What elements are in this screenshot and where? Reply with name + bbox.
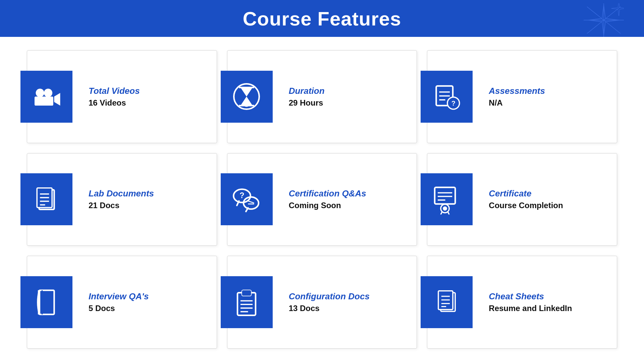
clipboard-icon	[221, 276, 273, 328]
feature-card-total-videos: Total Videos16 Videos	[27, 50, 217, 143]
papers-icon	[421, 276, 473, 328]
svg-marker-9	[54, 93, 60, 106]
card-value-total-videos: 16 Videos	[89, 98, 140, 108]
card-value-interview-qas: 5 Docs	[89, 304, 149, 313]
svg-rect-45	[242, 290, 251, 296]
card-text-assessments: AssessmentsN/A	[489, 86, 545, 108]
feature-card-duration: Duration29 Hours	[227, 50, 417, 143]
card-text-duration: Duration29 Hours	[289, 86, 325, 108]
card-text-configuration-docs: Configuration Docs13 Docs	[289, 291, 370, 313]
feature-card-certificate: CertificateCourse Completion	[427, 153, 617, 246]
card-label-configuration-docs: Configuration Docs	[289, 291, 370, 302]
documents-icon	[20, 173, 72, 225]
svg-marker-5	[611, 3, 624, 16]
svg-rect-40	[39, 290, 54, 314]
card-value-certificate: Course Completion	[489, 201, 563, 210]
chat-question-icon: ?	[221, 173, 273, 225]
feature-card-assessments: ? AssessmentsN/A	[427, 50, 617, 143]
svg-point-6	[36, 89, 44, 97]
feature-card-certification-qas: ? Certification Q&AsComing Soon	[227, 153, 417, 246]
video-camera-icon	[20, 71, 72, 123]
card-label-certificate: Certificate	[489, 188, 563, 199]
card-text-interview-qas: Interview QA's5 Docs	[89, 291, 149, 313]
card-label-cheat-sheets: Cheat Sheets	[489, 291, 572, 302]
card-text-certificate: CertificateCourse Completion	[489, 188, 563, 210]
feature-card-lab-documents: Lab Documents21 Docs	[27, 153, 217, 246]
card-label-total-videos: Total Videos	[89, 86, 140, 96]
svg-line-39	[448, 212, 449, 215]
card-value-assessments: N/A	[489, 98, 545, 108]
assessment-icon: ?	[421, 71, 473, 123]
svg-text:?: ?	[451, 100, 455, 107]
svg-point-27	[244, 197, 259, 209]
svg-line-38	[441, 212, 442, 215]
certificate-icon	[421, 173, 473, 225]
card-value-certification-qas: Coming Soon	[289, 201, 366, 210]
card-value-lab-documents: 21 Docs	[89, 201, 154, 210]
page-title: Course Features	[243, 7, 401, 30]
card-label-interview-qas: Interview QA's	[89, 291, 149, 302]
feature-card-cheat-sheets: Cheat SheetsResume and LinkedIn	[427, 256, 617, 349]
star-decoration-icon	[584, 3, 624, 37]
card-value-duration: 29 Hours	[289, 98, 325, 108]
card-value-cheat-sheets: Resume and LinkedIn	[489, 304, 572, 313]
svg-text:?: ?	[240, 191, 245, 200]
svg-rect-32	[435, 187, 455, 204]
card-text-lab-documents: Lab Documents21 Docs	[89, 188, 154, 210]
svg-point-7	[44, 89, 52, 97]
features-grid: Total Videos16 Videos Duration29 Hours ?…	[0, 37, 644, 362]
card-label-lab-documents: Lab Documents	[89, 188, 154, 199]
svg-rect-8	[35, 97, 53, 106]
hourglass-icon	[221, 71, 273, 123]
svg-line-30	[248, 201, 254, 203]
card-text-cheat-sheets: Cheat SheetsResume and LinkedIn	[489, 291, 572, 313]
card-label-duration: Duration	[289, 86, 325, 96]
card-text-certification-qas: Certification Q&AsComing Soon	[289, 188, 366, 210]
page-header: Course Features	[0, 0, 644, 37]
feature-card-interview-qas: Interview QA's5 Docs	[27, 256, 217, 349]
card-text-total-videos: Total Videos16 Videos	[89, 86, 140, 108]
card-label-certification-qas: Certification Q&As	[289, 188, 366, 199]
card-label-assessments: Assessments	[489, 86, 545, 96]
card-value-configuration-docs: 13 Docs	[289, 304, 370, 313]
feature-card-configuration-docs: Configuration Docs13 Docs	[227, 256, 417, 349]
svg-point-37	[443, 206, 447, 211]
book-icon	[20, 276, 72, 328]
